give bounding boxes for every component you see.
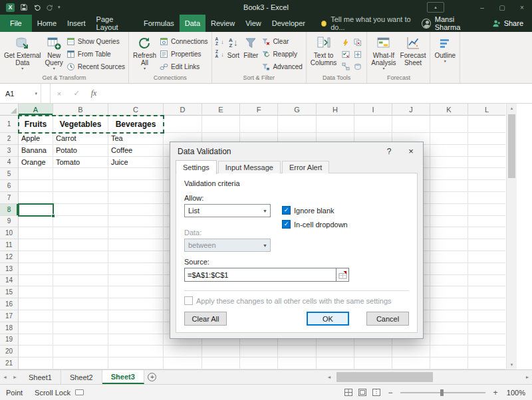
row-header-16[interactable]: 16	[0, 298, 19, 310]
cell-B13[interactable]	[53, 263, 108, 275]
cell-A10[interactable]	[19, 227, 53, 239]
cell-C17[interactable]	[108, 310, 164, 322]
cell-B4[interactable]: Tomato	[53, 157, 108, 169]
close-button[interactable]: ×	[512, 0, 532, 15]
cell-E1[interactable]	[202, 116, 240, 133]
cell-L8[interactable]	[468, 204, 505, 216]
source-input[interactable]	[184, 268, 336, 282]
name-box-caret-icon[interactable]: ▾	[35, 91, 41, 96]
cell-A4[interactable]: Orange	[19, 157, 53, 169]
cell-C9[interactable]	[108, 216, 164, 228]
get-external-data-button[interactable]: Get External Data ▾	[2, 34, 43, 70]
cell-L7[interactable]	[468, 192, 505, 204]
row-header-10[interactable]: 10	[0, 227, 19, 239]
minimize-button[interactable]: –	[472, 0, 492, 15]
cell-K12[interactable]	[430, 251, 468, 263]
sort-button[interactable]: AZ↓ Sort	[225, 34, 241, 59]
new-query-button[interactable]: New Query ▾	[43, 34, 65, 70]
cell-J1[interactable]	[392, 116, 430, 133]
data-validation-icon[interactable]	[340, 49, 351, 60]
cell-B18[interactable]	[53, 322, 108, 334]
column-header-B[interactable]: B	[53, 104, 108, 116]
cell-C1[interactable]: Beverages	[108, 116, 164, 133]
row-header-1[interactable]: 1	[0, 116, 19, 133]
scroll-up-icon[interactable]: ▲	[507, 104, 517, 113]
row-header-18[interactable]: 18	[0, 322, 19, 334]
cell-G1[interactable]	[278, 116, 317, 133]
cell-L3[interactable]	[468, 145, 505, 157]
cell-E21[interactable]	[202, 357, 240, 369]
cell-C20[interactable]	[108, 346, 164, 357]
sort-ascending-button[interactable]: AZ↓	[215, 36, 224, 47]
connections-button[interactable]: Connections	[160, 36, 208, 47]
row-header-20[interactable]: 20	[0, 346, 19, 357]
cell-K18[interactable]	[430, 322, 468, 334]
tab-input-message[interactable]: Input Message	[218, 161, 281, 173]
in-cell-dropdown-checkbox[interactable]: ✓ In-cell dropdown	[282, 220, 348, 229]
account-user[interactable]: Mansi Sharma	[422, 15, 483, 32]
cell-L13[interactable]	[468, 263, 505, 275]
edit-links-button[interactable]: Edit Links	[160, 61, 208, 72]
sort-descending-button[interactable]: ZA↓	[215, 49, 224, 60]
cell-L6[interactable]	[468, 180, 505, 192]
column-header-F[interactable]: F	[240, 104, 278, 116]
cell-L16[interactable]	[468, 298, 505, 310]
ok-button[interactable]: OK	[307, 312, 349, 326]
cell-A2[interactable]: Apple	[19, 133, 53, 145]
cell-F20[interactable]	[240, 346, 278, 357]
cell-F21[interactable]	[240, 357, 278, 369]
cell-L5[interactable]	[468, 168, 505, 180]
row-header-14[interactable]: 14	[0, 275, 19, 287]
cell-K2[interactable]	[430, 133, 468, 145]
share-button[interactable]: Share	[483, 15, 532, 32]
column-header-I[interactable]: I	[354, 104, 392, 116]
cell-C2[interactable]: Tea	[108, 133, 164, 145]
cell-A3[interactable]: Banana	[19, 145, 53, 157]
cancel-button[interactable]: Cancel	[366, 312, 409, 326]
cell-K19[interactable]	[430, 334, 468, 346]
row-header-13[interactable]: 13	[0, 263, 19, 275]
confirm-entry-icon[interactable]: ✓	[68, 84, 85, 103]
page-break-view-button[interactable]	[372, 389, 380, 396]
row-header-19[interactable]: 19	[0, 334, 19, 346]
tab-error-alert[interactable]: Error Alert	[282, 161, 330, 173]
cell-C4[interactable]: Juice	[108, 157, 164, 169]
row-header-8[interactable]: 8	[0, 204, 19, 216]
cell-L17[interactable]	[468, 310, 505, 322]
cell-C11[interactable]	[108, 239, 164, 251]
cell-K5[interactable]	[430, 168, 468, 180]
zoom-in-button[interactable]: +	[491, 388, 499, 397]
zoom-level[interactable]: 100%	[505, 389, 525, 397]
excel-app-icon[interactable]: X	[5, 2, 16, 13]
tab-insert[interactable]: Insert	[62, 15, 91, 32]
manage-data-model-icon[interactable]	[352, 60, 363, 72]
tab-view[interactable]: View	[240, 15, 267, 32]
reapply-button[interactable]: Reapply	[261, 49, 302, 60]
cell-G20[interactable]	[278, 346, 317, 357]
column-header-K[interactable]: K	[430, 104, 468, 116]
cell-L15[interactable]	[468, 286, 505, 298]
column-header-D[interactable]: D	[164, 104, 202, 116]
cell-A6[interactable]	[19, 180, 53, 192]
cell-A17[interactable]	[19, 310, 53, 322]
ignore-blank-checkbox[interactable]: ✓ Ignore blank	[282, 206, 348, 215]
row-header-21[interactable]: 21	[0, 357, 19, 369]
row-header-17[interactable]: 17	[0, 310, 19, 322]
cell-L11[interactable]	[468, 239, 505, 251]
cell-I21[interactable]	[354, 357, 392, 369]
sheet-tab-sheet2[interactable]: Sheet2	[61, 370, 102, 384]
tab-data[interactable]: Data	[180, 15, 205, 32]
cell-K8[interactable]	[430, 204, 468, 216]
cell-K11[interactable]	[430, 239, 468, 251]
cell-K6[interactable]	[430, 180, 468, 192]
customize-toolbar-icon[interactable]: ▾	[58, 5, 61, 10]
cell-I20[interactable]	[354, 346, 392, 357]
cell-L21[interactable]	[468, 357, 505, 369]
cell-B9[interactable]	[53, 216, 108, 228]
refresh-all-button[interactable]: Refresh All ▾	[131, 34, 158, 70]
cell-C7[interactable]	[108, 192, 164, 204]
cell-B11[interactable]	[53, 239, 108, 251]
dialog-help-button[interactable]: ?	[379, 147, 399, 156]
cell-D21[interactable]	[164, 357, 202, 369]
tab-formulas[interactable]: Formulas	[138, 15, 180, 32]
